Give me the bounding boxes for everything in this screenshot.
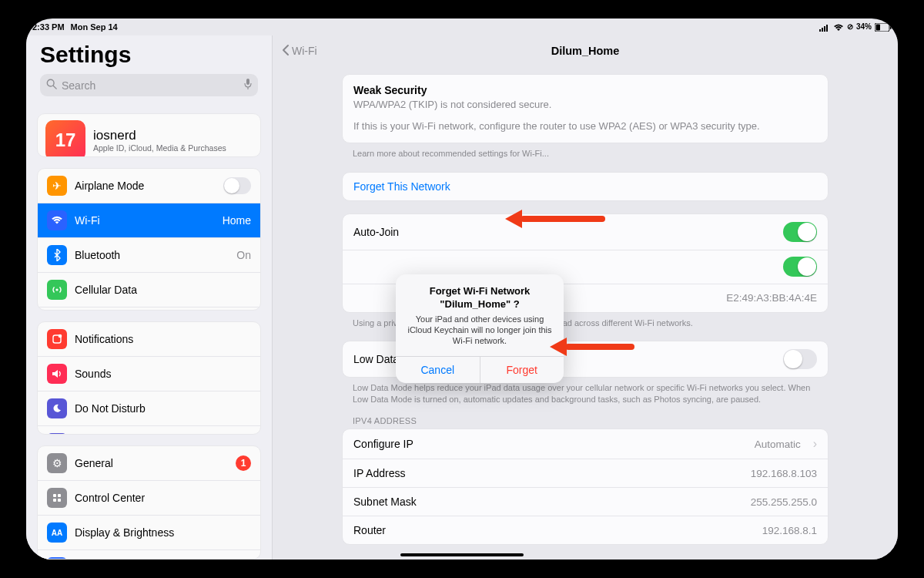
bluetooth-icon — [47, 245, 67, 265]
sidebar-item-label: Cellular Data — [75, 284, 251, 296]
settings-sidebar: Settings Search 17 — [26, 35, 273, 560]
subnet-mask-row: Subnet Mask 255.255.255.0 — [343, 488, 828, 516]
search-placeholder: Search — [62, 79, 239, 92]
account-name: iosnerd — [93, 128, 226, 143]
sidebar-item-sounds[interactable]: Sounds — [38, 357, 260, 391]
sidebar-item-screentime[interactable]: Screen Time — [38, 426, 260, 435]
avatar: 17 — [45, 120, 85, 157]
home-indicator[interactable] — [400, 553, 524, 556]
row-value: 192.168.8.103 — [751, 468, 817, 479]
svg-rect-19 — [58, 499, 61, 502]
moon-icon — [47, 398, 67, 418]
svg-rect-5 — [876, 24, 881, 30]
sidebar-item-hotspot[interactable]: Personal Hotspot Off — [38, 307, 260, 310]
weak-security-card: Weak Security WPA/WPA2 (TKIP) is not con… — [342, 74, 829, 143]
detail-header: Wi-Fi Dilum_Home — [273, 35, 898, 66]
sidebar-item-label: Wi-Fi — [75, 214, 215, 227]
sidebar-item-label: Control Center — [75, 492, 251, 504]
row-label: Router — [353, 524, 755, 536]
cellular-signal-icon — [819, 22, 830, 31]
mic-icon[interactable] — [244, 79, 252, 92]
forget-network-button[interactable]: Forget This Network — [343, 173, 828, 200]
rotation-lock-icon: ⊘ — [847, 22, 853, 31]
sidebar-item-label: Airplane Mode — [75, 180, 216, 192]
row-label: IP Address — [353, 467, 743, 479]
router-row: Router 192.168.8.1 — [343, 516, 828, 544]
private-address-toggle[interactable] — [783, 257, 817, 277]
ip-address-row: IP Address 192.168.8.103 — [343, 459, 828, 488]
search-input[interactable]: Search — [40, 74, 258, 96]
sidebar-item-label: Bluetooth — [75, 249, 229, 261]
sidebar-item-homescreen[interactable]: Home Screen & Dock — [38, 550, 260, 560]
sidebar-item-wifi[interactable]: Wi-Fi Home — [38, 203, 260, 238]
sidebar-item-label: General — [75, 457, 228, 469]
svg-rect-9 — [246, 79, 249, 85]
learn-more-link[interactable]: Learn more about recommended settings fo… — [342, 143, 829, 160]
ipv4-header: IPV4 ADDRESS — [342, 405, 829, 428]
row-label: Configure IP — [353, 438, 747, 450]
svg-rect-2 — [824, 26, 825, 32]
general-group: ⚙ General 1 Control Center AA Display & … — [37, 445, 261, 560]
weak-security-line1: WPA/WPA2 (TKIP) is not considered secure… — [343, 98, 828, 119]
svg-point-15 — [59, 334, 62, 338]
chevron-left-icon — [282, 44, 290, 59]
auto-join-toggle[interactable] — [783, 222, 817, 242]
sidebar-item-value: On — [236, 249, 251, 261]
dialog-title: Forget Wi-Fi Network "Dilum_Home" ? — [405, 285, 554, 311]
sidebar-item-dnd[interactable]: Do Not Disturb — [38, 391, 260, 426]
status-bar: 2:33 PM Mon Sep 14 ⊘ 34% — [26, 18, 898, 35]
row-value: 255.255.255.0 — [751, 496, 817, 508]
sidebar-item-label: Notifications — [75, 333, 251, 345]
low-data-toggle[interactable] — [783, 349, 817, 369]
weak-security-title: Weak Security — [343, 75, 828, 98]
svg-line-8 — [53, 86, 56, 89]
configure-ip-row[interactable]: Configure IP Automatic › — [343, 429, 828, 459]
hourglass-icon — [47, 433, 67, 435]
wifi-icon — [833, 22, 844, 31]
badge: 1 — [236, 455, 251, 471]
search-icon — [46, 79, 57, 92]
ipv4-card: Configure IP Automatic › IP Address 192.… — [342, 428, 829, 545]
cellular-icon — [47, 280, 67, 300]
detail-title: Dilum_Home — [551, 45, 620, 57]
status-date: Mon Sep 14 — [71, 22, 118, 32]
back-label: Wi-Fi — [292, 45, 317, 57]
sidebar-item-notifications[interactable]: Notifications — [38, 322, 260, 357]
sidebar-item-value: Home — [223, 214, 251, 227]
svg-rect-17 — [58, 494, 61, 497]
row-value: 192.168.8.1 — [762, 525, 817, 536]
svg-rect-6 — [890, 25, 892, 29]
sounds-icon — [47, 364, 67, 384]
back-button[interactable]: Wi-Fi — [282, 44, 317, 59]
wifi-icon — [47, 210, 67, 230]
chevron-right-icon: › — [813, 437, 817, 451]
svg-rect-1 — [822, 28, 823, 32]
sidebar-item-controlcenter[interactable]: Control Center — [38, 481, 260, 516]
ipad-frame: 2:33 PM Mon Sep 14 ⊘ 34% — [15, 8, 909, 570]
battery-percent: 34% — [856, 22, 872, 31]
airplane-toggle[interactable] — [223, 177, 251, 194]
forget-button[interactable]: Forget — [480, 357, 564, 383]
apple-id-row[interactable]: 17 iosnerd Apple ID, iCloud, Media & Pur… — [38, 114, 260, 157]
sidebar-item-display[interactable]: AA Display & Brightness — [38, 516, 260, 550]
svg-point-11 — [55, 289, 58, 291]
svg-rect-18 — [53, 499, 56, 502]
detail-pane: Wi-Fi Dilum_Home Weak Security WPA/WPA2 … — [273, 35, 898, 560]
homescreen-icon — [47, 557, 67, 560]
sidebar-item-cellular[interactable]: Cellular Data — [38, 273, 260, 307]
row-value: Automatic — [755, 439, 801, 450]
weak-security-line2: If this is your Wi-Fi network, configure… — [343, 119, 828, 143]
gear-icon: ⚙ — [47, 453, 67, 473]
airplane-icon: ✈ — [47, 176, 67, 196]
auto-join-row[interactable]: Auto-Join — [343, 214, 828, 250]
page-title: Settings — [40, 42, 258, 68]
sidebar-item-airplane[interactable]: ✈ Airplane Mode — [38, 169, 260, 203]
sidebar-item-bluetooth[interactable]: Bluetooth On — [38, 238, 260, 273]
notifications-icon — [47, 329, 67, 349]
battery-icon — [875, 22, 892, 32]
sidebar-item-label: Do Not Disturb — [75, 402, 251, 415]
sidebar-item-general[interactable]: ⚙ General 1 — [38, 446, 260, 481]
cancel-button[interactable]: Cancel — [396, 357, 480, 383]
display-icon: AA — [47, 523, 67, 543]
forget-dialog: Forget Wi-Fi Network "Dilum_Home" ? Your… — [396, 274, 564, 383]
